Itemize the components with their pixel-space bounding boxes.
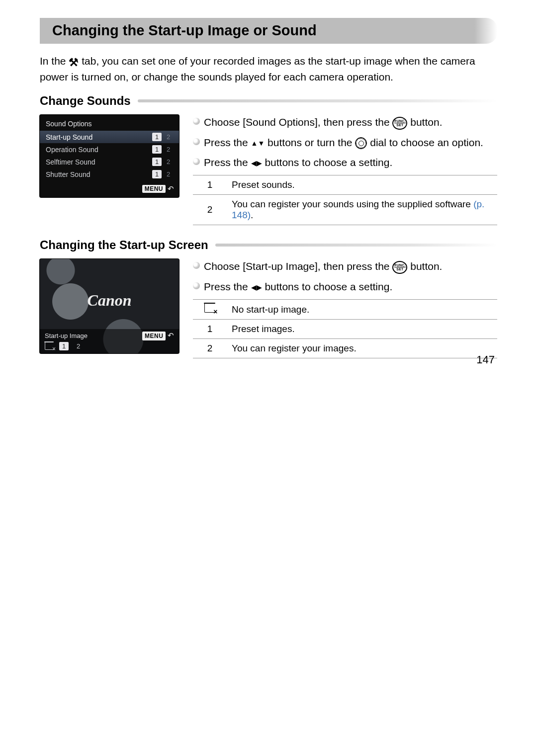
startup-opt-2: 2 (74, 342, 83, 350)
section-heading-text: Change Sounds (40, 95, 131, 107)
menu-badge: MENU (142, 185, 166, 193)
up-down-arrow-icon: ▲▼ (251, 138, 265, 148)
bullet-item: Press the ◀▶ buttons to choose a setting… (193, 279, 497, 294)
row-value-2: 2 (164, 158, 173, 166)
sound-row-startup: Start-up Sound 1 2 (40, 131, 179, 143)
startup-settings-table: No start-up image. 1 Preset images. 2 Yo… (193, 299, 497, 358)
row-value-2: 2 (164, 170, 173, 178)
section-rule (215, 244, 497, 247)
left-right-arrow-icon: ◀▶ (251, 158, 262, 168)
bullet-text: Press the (204, 281, 251, 292)
bullet-text: button. (410, 116, 442, 128)
row-label: Start-up Sound (46, 133, 92, 141)
menu-return-row: MENU ↶ (40, 180, 179, 197)
sound-options-screen: Sound Options Start-up Sound 1 2 Operati… (40, 115, 179, 197)
tools-tab-icon: ⚒ (69, 55, 79, 71)
sound-row-operation: Operation Sound 1 2 (40, 143, 179, 156)
bullet-item: Choose [Start-up Image], then press the … (193, 259, 497, 274)
table-value: Preset sounds. (227, 175, 497, 195)
table-key (193, 300, 227, 320)
table-value: No start-up image. (227, 300, 497, 320)
row-value-1: 1 (152, 145, 162, 154)
intro-text-after: tab, you can set one of your recorded im… (40, 55, 475, 83)
table-value: You can register your sounds using the s… (227, 195, 497, 225)
startup-image-label: Start-up Image (45, 332, 88, 339)
row-value-2: 2 (164, 133, 173, 141)
bullet-text: buttons to choose a setting. (265, 157, 392, 168)
startup-two-column: Canon Start-up Image MENU ↶ 1 2 (40, 259, 497, 358)
sounds-settings-table: 1 Preset sounds. 2 You can register your… (193, 175, 497, 225)
bullet-item: Press the ◀▶ buttons to choose a setting… (193, 155, 497, 170)
table-row: 2 You can register your sounds using the… (193, 195, 497, 225)
startup-image-screen: Canon Start-up Image MENU ↶ 1 2 (40, 259, 179, 353)
bullet-text: button. (410, 260, 442, 272)
bullet-text: Choose [Sound Options], then press the (204, 116, 392, 128)
table-key: 1 (193, 320, 227, 339)
manual-page: Changing the Start-up Image or Sound In … (0, 0, 537, 378)
bullet-text: buttons to choose a setting. (265, 281, 392, 292)
bullet-dot-icon (193, 282, 200, 289)
page-title: Changing the Start-up Image or Sound (40, 18, 497, 44)
menu-badge: MENU (142, 332, 166, 340)
func-set-button-icon: FUNC.SET (392, 261, 407, 274)
row-label: Shutter Sound (46, 170, 90, 178)
row-label: Operation Sound (46, 146, 98, 154)
table-row: No start-up image. (193, 300, 497, 320)
bullet-dot-icon (193, 118, 200, 125)
sounds-instructions: Choose [Sound Options], then press the F… (193, 115, 497, 225)
bullet-dot-icon (193, 262, 200, 269)
row-value-1: 1 (152, 133, 162, 141)
bullet-dot-icon (193, 158, 200, 165)
bullet-text: dial to choose an option. (370, 137, 483, 148)
bullet-item: Choose [Sound Options], then press the F… (193, 115, 497, 130)
bullet-text: Press the (204, 157, 251, 168)
row-value-1: 1 (152, 158, 162, 166)
sound-row-selftimer: Selftimer Sound 1 2 (40, 156, 179, 168)
table-row: 1 Preset images. (193, 320, 497, 339)
page-number: 147 (476, 353, 495, 366)
bullet-text: Press the (204, 137, 251, 148)
sound-row-shutter: Shutter Sound 1 2 (40, 168, 179, 180)
section-heading-text: Changing the Start-up Screen (40, 239, 208, 251)
sounds-two-column: Sound Options Start-up Sound 1 2 Operati… (40, 115, 497, 225)
startup-instructions: Choose [Start-up Image], then press the … (193, 259, 497, 358)
table-key: 1 (193, 175, 227, 195)
bullet-text: Choose [Start-up Image], then press the (204, 260, 392, 272)
bullet-dot-icon (193, 138, 200, 145)
table-text: You can register your sounds using the s… (232, 199, 473, 209)
row-value-1: 1 (152, 170, 162, 178)
canon-brand-logo: Canon (40, 291, 179, 310)
intro-paragraph: In the ⚒ tab, you can set one of your re… (40, 54, 497, 84)
return-arrow-icon: ↶ (168, 184, 174, 193)
startup-opt-1: 1 (59, 342, 69, 350)
bullet-text: buttons or turn the (268, 137, 355, 148)
row-label: Selftimer Sound (46, 158, 95, 166)
section-heading-startup: Changing the Start-up Screen (40, 239, 497, 251)
intro-text-before: In the (40, 55, 69, 67)
table-key: 2 (193, 339, 227, 358)
table-value: You can register your images. (227, 339, 497, 358)
return-arrow-icon: ↶ (168, 331, 174, 339)
section-heading-sounds: Change Sounds (40, 95, 497, 107)
table-key: 2 (193, 195, 227, 225)
table-row: 2 You can register your images. (193, 339, 497, 358)
control-dial-icon (355, 137, 367, 149)
func-set-button-icon: FUNC.SET (392, 117, 407, 130)
table-value: Preset images. (227, 320, 497, 339)
table-text: . (251, 210, 253, 220)
row-value-2: 2 (164, 145, 173, 154)
left-right-arrow-icon: ◀▶ (251, 282, 262, 292)
no-image-icon (204, 304, 216, 313)
section-rule (138, 99, 497, 102)
sound-options-title: Sound Options (40, 115, 179, 131)
bullet-item: Press the ▲▼ buttons or turn the dial to… (193, 135, 497, 150)
table-row: 1 Preset sounds. (193, 175, 497, 195)
no-image-icon (45, 342, 54, 350)
